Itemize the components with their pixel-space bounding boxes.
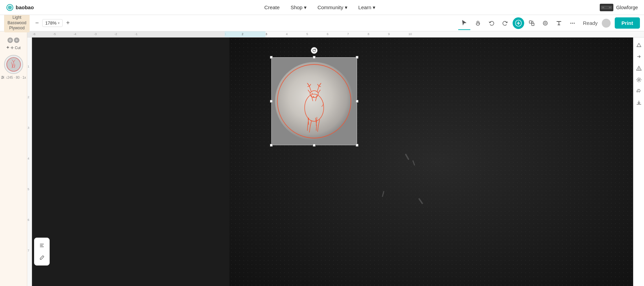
nav-community[interactable]: Community ▾	[318, 4, 348, 11]
nav-links: Create Shop ▾ Community ▾ Learn ▾	[40, 4, 600, 11]
hand-icon	[475, 20, 481, 26]
design-thumbnail[interactable]	[4, 55, 23, 74]
cut-label: ✛ Cut	[6, 46, 20, 50]
resize-handle-top-middle[interactable]	[313, 56, 316, 59]
svg-rect-2	[602, 7, 604, 8]
trace-icon	[542, 20, 548, 26]
align-icon	[39, 243, 45, 248]
rotation-handle[interactable]	[311, 47, 318, 54]
arrow-right-icon	[636, 54, 642, 59]
print-button[interactable]: Print	[615, 17, 640, 29]
pan-tool-button[interactable]	[472, 17, 484, 29]
mini-toolbar	[34, 238, 50, 266]
selected-design-element[interactable]	[271, 57, 357, 145]
settings-icon-small	[14, 37, 19, 43]
app-name: baobao	[16, 4, 34, 10]
triangle-warning-icon	[636, 65, 642, 71]
thumbnail-image	[5, 56, 22, 73]
canvas-left-background	[32, 37, 229, 286]
text-tool-button[interactable]	[553, 17, 565, 29]
plus-circle-icon	[515, 20, 522, 27]
trace-button[interactable]	[539, 17, 551, 29]
zoom-controls: − 178% ▾ +	[34, 19, 71, 27]
right-panel	[633, 37, 644, 286]
status-indicator	[602, 19, 611, 28]
pencil-button[interactable]	[36, 252, 47, 263]
right-triangle-up-button[interactable]	[634, 40, 644, 50]
right-puzzle-button[interactable]	[634, 87, 644, 96]
scatter-debris-4	[418, 198, 423, 205]
device-image	[600, 4, 613, 11]
resize-handle-bottom-left[interactable]	[270, 144, 273, 147]
settings-sliders-icon	[1, 75, 5, 79]
text-T-icon	[556, 20, 562, 26]
svg-point-29	[638, 79, 640, 81]
scatter-debris-2	[412, 160, 415, 166]
undo-button[interactable]	[485, 17, 498, 29]
main-toolbar: Light Basswood Plywood − 178% ▾ +	[0, 15, 644, 31]
undo-icon	[488, 20, 495, 26]
zoom-display[interactable]: 178% ▾	[42, 19, 63, 27]
svg-point-15	[16, 40, 17, 41]
more-options-button[interactable]	[566, 17, 579, 29]
resize-handle-middle-left[interactable]	[270, 100, 273, 103]
svg-point-19	[2, 76, 3, 77]
svg-point-12	[574, 22, 575, 24]
right-warning-button[interactable]	[634, 63, 644, 73]
operation-settings-row: ↕245 · 80 · 1x	[1, 75, 26, 79]
right-arrow-button[interactable]	[634, 52, 644, 61]
resize-handle-bottom-right[interactable]	[356, 144, 358, 147]
svg-point-10	[570, 22, 571, 24]
zoom-in-button[interactable]: +	[65, 19, 71, 27]
cut-operation-item[interactable]: ✛ Cut	[0, 35, 27, 53]
zoom-chevron-icon: ▾	[58, 21, 60, 25]
nav-learn[interactable]: Learn ▾	[358, 4, 375, 11]
rotate-cw-icon	[312, 48, 317, 53]
right-gear-button[interactable]	[634, 75, 644, 85]
resize-handle-bottom-middle[interactable]	[313, 144, 316, 147]
toolbar-right: Ready Print	[579, 17, 640, 29]
scatter-debris-1	[405, 153, 409, 160]
download-icon	[636, 100, 642, 106]
ready-status-label: Ready	[583, 20, 597, 26]
glowforge-logo-icon	[6, 4, 14, 11]
svg-rect-6	[532, 23, 534, 26]
select-shapes-icon	[529, 20, 535, 26]
svg-rect-5	[529, 21, 532, 23]
select-shapes-button[interactable]	[526, 17, 538, 29]
svg-point-14	[10, 40, 11, 41]
material-selector[interactable]: Light Basswood Plywood	[4, 14, 30, 32]
operation-settings-icons	[7, 37, 19, 43]
camera-icon	[7, 37, 13, 43]
nav-shop[interactable]: Shop ▾	[291, 4, 307, 11]
resize-handle-top-left[interactable]	[270, 56, 273, 59]
left-operations-panel: ✛ Cut ↕245 · 80 · 1x	[0, 31, 27, 286]
horizontal-ruler: -6 -5 -4 -3 -2 -1 1 2 3 4 5 6 7 8 9 10	[27, 31, 644, 37]
glowforge-device-badge[interactable]: Glowforge	[600, 4, 638, 11]
svg-point-11	[572, 22, 573, 24]
puzzle-icon	[636, 89, 642, 94]
svg-point-21	[2, 78, 3, 79]
nav-right-area: Glowforge	[600, 4, 644, 11]
device-name: Glowforge	[616, 5, 638, 10]
vertical-ruler: 1 2 3 4 5 6 7	[27, 37, 32, 286]
nav-create[interactable]: Create	[264, 4, 280, 10]
zoom-out-button[interactable]: −	[34, 19, 40, 27]
align-button[interactable]	[36, 240, 47, 251]
svg-point-9	[545, 23, 546, 24]
scatter-debris-3	[382, 191, 385, 197]
pencil-icon	[39, 255, 45, 260]
redo-button[interactable]	[499, 17, 511, 29]
top-navigation: baobao Create Shop ▾ Community ▾ Learn ▾	[0, 0, 644, 15]
cursor-arrow-icon	[461, 19, 467, 26]
select-tool-button[interactable]	[458, 16, 470, 29]
resize-handle-middle-right[interactable]	[356, 100, 358, 103]
app-logo[interactable]: baobao	[0, 4, 40, 11]
gear-icon	[636, 77, 642, 82]
selection-box	[271, 57, 357, 145]
svg-point-20	[3, 77, 4, 78]
add-design-button[interactable]	[513, 17, 524, 29]
design-canvas[interactable]	[32, 37, 644, 286]
right-download-button[interactable]	[634, 98, 644, 108]
resize-handle-top-right[interactable]	[356, 56, 358, 59]
